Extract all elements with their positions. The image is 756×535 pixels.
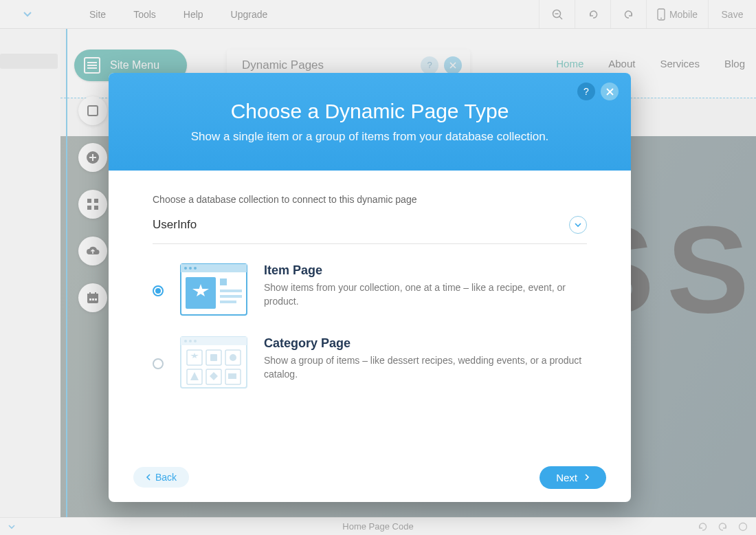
svg-rect-26 — [220, 290, 242, 292]
chevron-down-icon — [569, 216, 587, 234]
svg-rect-45 — [228, 373, 236, 379]
modal-subtitle: Show a single item or a group of items f… — [191, 130, 549, 144]
svg-point-33 — [194, 340, 197, 342]
modal-footer: Back Next — [109, 452, 631, 502]
item-page-thumbnail-icon — [180, 263, 247, 316]
modal-close-button[interactable] — [601, 83, 619, 100]
svg-point-22 — [194, 267, 197, 270]
svg-point-20 — [184, 267, 187, 270]
svg-point-32 — [189, 340, 192, 342]
svg-rect-25 — [220, 279, 227, 285]
option-item-desc: Show items from your collection, one at … — [264, 281, 587, 309]
category-page-thumbnail-icon — [180, 336, 247, 389]
modal-header: ? Choose a Dynamic Page Type Show a sing… — [109, 73, 631, 171]
page-type-options: Item Page Show items from your collectio… — [153, 263, 587, 389]
svg-point-42 — [230, 354, 236, 361]
svg-rect-41 — [210, 354, 217, 361]
radio-category-page[interactable] — [153, 358, 164, 369]
collection-field-label: Choose a database collection to connect … — [153, 194, 587, 205]
radio-item-page[interactable] — [153, 285, 164, 296]
dynamic-page-type-modal: ? Choose a Dynamic Page Type Show a sing… — [109, 73, 631, 502]
modal-body: Choose a database collection to connect … — [109, 171, 631, 389]
option-item-page[interactable]: Item Page Show items from your collectio… — [153, 263, 587, 316]
modal-title: Choose a Dynamic Page Type — [231, 100, 509, 123]
option-category-page[interactable]: Category Page Show a group of items – li… — [153, 336, 587, 389]
collection-select[interactable]: UserInfo — [153, 212, 587, 244]
option-item-title: Item Page — [264, 263, 587, 278]
svg-rect-28 — [220, 301, 236, 303]
modal-help-button[interactable]: ? — [577, 83, 595, 100]
option-category-title: Category Page — [264, 336, 587, 351]
svg-point-21 — [189, 267, 192, 270]
option-category-desc: Show a group of items – like dessert rec… — [264, 353, 587, 382]
collection-select-value: UserInfo — [153, 218, 197, 232]
back-button[interactable]: Back — [133, 467, 189, 488]
svg-rect-27 — [220, 295, 242, 298]
next-button[interactable]: Next — [540, 466, 606, 489]
next-label: Next — [556, 472, 577, 483]
back-label: Back — [155, 472, 177, 483]
svg-point-31 — [184, 340, 187, 342]
